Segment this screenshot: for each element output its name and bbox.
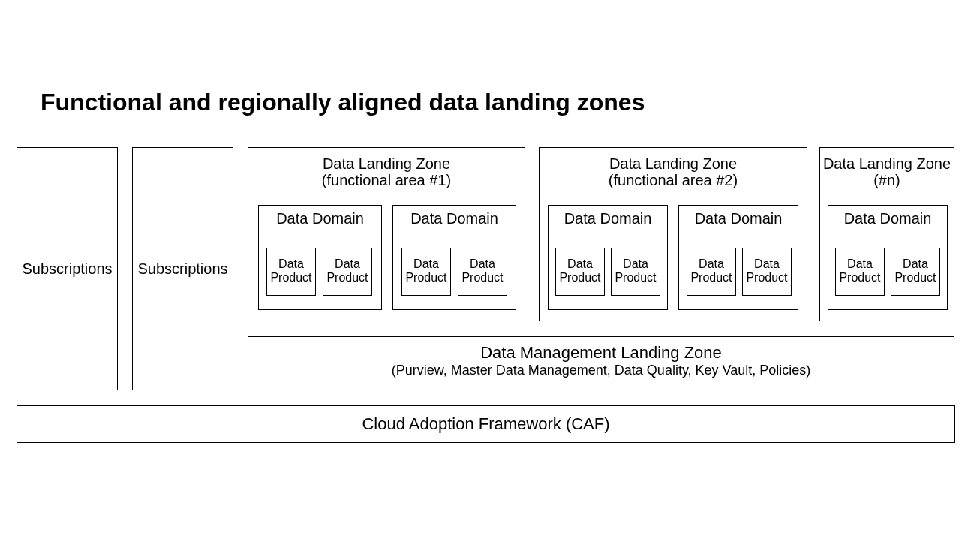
data-product-box: Data Product	[742, 248, 792, 296]
product-l1: Data	[556, 257, 604, 271]
data-product-box: Data Product	[611, 248, 660, 296]
subscriptions-label: Subscriptions	[137, 260, 227, 278]
data-product-box: Data Product	[401, 248, 451, 296]
subscriptions-label: Subscriptions	[22, 260, 112, 278]
product-l1: Data	[612, 257, 660, 271]
product-l2: Product	[743, 271, 791, 285]
product-l2: Product	[687, 271, 735, 285]
data-domain-label: Data Domain	[844, 210, 932, 227]
data-product-box: Data Product	[555, 248, 605, 296]
dmlz-subtitle: (Purview, Master Data Management, Data Q…	[248, 363, 954, 378]
product-l1: Data	[836, 257, 884, 271]
data-management-landing-zone: Data Management Landing Zone (Purview, M…	[248, 336, 954, 390]
product-l2: Product	[556, 271, 604, 285]
product-l1: Data	[743, 257, 791, 271]
cloud-adoption-framework-bar: Cloud Adoption Framework (CAF)	[17, 405, 955, 443]
data-product-box: Data Product	[266, 248, 316, 296]
data-domain-label: Data Domain	[276, 210, 364, 227]
product-l1: Data	[458, 257, 507, 271]
product-l2: Product	[323, 271, 371, 285]
data-product-box: Data Product	[458, 248, 507, 296]
zone-title-line2: (#n)	[820, 172, 954, 188]
product-l1: Data	[267, 257, 315, 271]
zone-title-line1: Data Landing Zone	[540, 155, 807, 172]
data-product-box: Data Product	[323, 248, 372, 296]
subscriptions-box-1: Subscriptions	[17, 147, 118, 390]
subscriptions-box-2: Subscriptions	[132, 147, 233, 390]
product-l2: Product	[836, 271, 884, 285]
product-l1: Data	[323, 257, 371, 271]
zone-title-line1: Data Landing Zone	[820, 155, 954, 172]
data-domain-label: Data Domain	[564, 210, 652, 227]
zone-title-line2: (functional area #2)	[540, 172, 807, 188]
product-l2: Product	[402, 271, 450, 285]
dmlz-title: Data Management Landing Zone	[248, 343, 954, 363]
data-product-box: Data Product	[891, 248, 940, 296]
zone-title-line1: Data Landing Zone	[248, 155, 525, 172]
data-product-box: Data Product	[835, 248, 885, 296]
diagram-title: Functional and regionally aligned data l…	[41, 89, 645, 116]
product-l1: Data	[402, 257, 450, 271]
product-l2: Product	[458, 271, 507, 285]
product-l1: Data	[891, 257, 939, 271]
product-l2: Product	[891, 271, 939, 285]
zone-title-line2: (functional area #1)	[248, 172, 525, 188]
product-l2: Product	[612, 271, 660, 285]
product-l1: Data	[687, 257, 735, 271]
data-domain-label: Data Domain	[410, 210, 498, 227]
caf-label: Cloud Adoption Framework (CAF)	[362, 414, 609, 434]
data-product-box: Data Product	[687, 248, 736, 296]
data-domain-label: Data Domain	[695, 210, 783, 227]
product-l2: Product	[267, 271, 315, 285]
